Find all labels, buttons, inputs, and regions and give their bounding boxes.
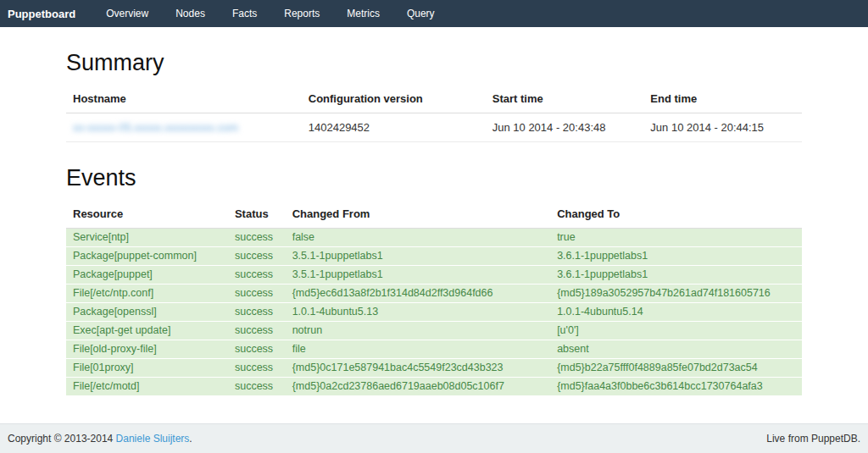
copyright-period: . <box>189 433 192 445</box>
summary-header-row: Hostname Configuration version Start tim… <box>66 85 802 113</box>
top-navbar: Puppetboard Overview Nodes Facts Reports… <box>0 0 868 27</box>
event-status-cell: success <box>228 378 286 396</box>
events-header-row: Resource Status Changed From Changed To <box>66 200 802 229</box>
event-changed-from-cell: false <box>286 229 550 247</box>
event-status-cell: success <box>228 303 286 322</box>
nav-item-metrics[interactable]: Metrics <box>333 0 393 27</box>
events-table-body: Service[ntp]successfalsetruePackage[pupp… <box>66 229 802 396</box>
event-resource-cell: File[/etc/ntp.conf] <box>66 285 228 303</box>
column-header-start-time: Start time <box>486 85 644 113</box>
table-row: File[/etc/motd]success{md5}0a2cd23786aed… <box>66 378 802 396</box>
event-changed-from-cell: file <box>286 340 550 359</box>
event-changed-from-cell: {md5}0a2cd23786aed6719aaeb08d05c106f7 <box>286 378 550 396</box>
event-changed-to-cell: absent <box>550 340 802 359</box>
event-resource-cell: File[/etc/motd] <box>66 378 228 396</box>
event-changed-to-cell: 3.6.1-1puppetlabs1 <box>550 266 802 285</box>
event-changed-to-cell: 3.6.1-1puppetlabs1 <box>550 247 802 266</box>
nav-item-reports[interactable]: Reports <box>270 0 333 27</box>
column-header-end-time: End time <box>643 85 802 113</box>
event-status-cell: success <box>228 359 286 378</box>
event-resource-cell: Package[puppet-common] <box>66 247 228 266</box>
event-changed-to-cell: {md5}b22a75fff0f4889a85fe07bd2d73ac54 <box>550 359 802 378</box>
event-changed-from-cell: {md5}0c171e587941bac4c5549f23cd43b323 <box>286 359 550 378</box>
copyright-text: Copyright © 2013-2014 Daniele Sluijters. <box>8 433 192 445</box>
event-changed-to-cell: true <box>550 229 802 247</box>
column-header-status: Status <box>228 200 286 229</box>
event-resource-cell: File[old-proxy-file] <box>66 340 228 359</box>
event-changed-to-cell: [u'0'] <box>550 322 802 340</box>
event-status-cell: success <box>228 266 286 285</box>
event-changed-from-cell: {md5}ec6d13a8f2b1f314d84d2ff3d964fd66 <box>286 285 550 303</box>
event-resource-cell: Exec[apt-get update] <box>66 322 228 340</box>
start-time-cell: Jun 10 2014 - 20:43:48 <box>486 113 644 142</box>
nav-item-overview[interactable]: Overview <box>92 0 162 27</box>
event-status-cell: success <box>228 340 286 359</box>
table-row: Exec[apt-get update]successnotrun[u'0'] <box>66 322 802 340</box>
table-row: Package[openssl]success1.0.1-4ubuntu5.13… <box>66 303 802 322</box>
event-status-cell: success <box>228 285 286 303</box>
table-row: Package[puppet]success3.5.1-1puppetlabs1… <box>66 266 802 285</box>
footer: Copyright © 2013-2014 Daniele Sluijters.… <box>0 423 868 453</box>
nav-item-facts[interactable]: Facts <box>219 0 270 27</box>
table-row: Service[ntp]successfalsetrue <box>66 229 802 247</box>
event-changed-from-cell: 1.0.1-4ubuntu5.13 <box>286 303 550 322</box>
events-table: Resource Status Changed From Changed To … <box>66 200 802 396</box>
event-resource-cell: Package[openssl] <box>66 303 228 322</box>
event-changed-from-cell: notrun <box>286 322 550 340</box>
table-row: File[/etc/ntp.conf]success{md5}ec6d13a8f… <box>66 285 802 303</box>
column-header-configuration-version: Configuration version <box>302 85 486 113</box>
table-row: File[01proxy]success{md5}0c171e587941bac… <box>66 359 802 378</box>
event-resource-cell: Service[ntp] <box>66 229 228 247</box>
summary-table: Hostname Configuration version Start tim… <box>66 85 802 142</box>
column-header-hostname: Hostname <box>66 85 302 113</box>
content-container: Summary Hostname Configuration version S… <box>66 50 802 396</box>
event-changed-from-cell: 3.5.1-1puppetlabs1 <box>286 266 550 285</box>
configuration-version-cell: 1402429452 <box>302 113 486 142</box>
event-changed-to-cell: {md5}faa4a3f0bbe6c3b614bcc1730764afa3 <box>550 378 802 396</box>
summary-heading: Summary <box>66 50 802 76</box>
main-content: Summary Hostname Configuration version S… <box>0 27 868 423</box>
hostname-cell: xx-xxxxx-05.xxxxx.xxxxxxxxx.com <box>66 113 302 142</box>
author-link[interactable]: Daniele Sluijters <box>116 433 190 445</box>
column-header-resource: Resource <box>66 200 228 229</box>
hostname-link[interactable]: xx-xxxxx-05.xxxxx.xxxxxxxxx.com <box>73 121 238 134</box>
event-resource-cell: Package[puppet] <box>66 266 228 285</box>
nav-item-nodes[interactable]: Nodes <box>162 0 219 27</box>
event-status-cell: success <box>228 229 286 247</box>
event-changed-from-cell: 3.5.1-1puppetlabs1 <box>286 247 550 266</box>
column-header-changed-to: Changed To <box>550 200 802 229</box>
end-time-cell: Jun 10 2014 - 20:44:15 <box>643 113 802 142</box>
event-status-cell: success <box>228 322 286 340</box>
event-changed-to-cell: 1.0.1-4ubuntu5.14 <box>550 303 802 322</box>
events-heading: Events <box>66 165 802 191</box>
table-row: File[old-proxy-file]successfileabsent <box>66 340 802 359</box>
brand-puppetboard[interactable]: Puppetboard <box>0 0 92 27</box>
event-changed-to-cell: {md5}189a3052957b47b261ad74f181605716 <box>550 285 802 303</box>
event-status-cell: success <box>228 247 286 266</box>
summary-row: xx-xxxxx-05.xxxxx.xxxxxxxxx.com 14024294… <box>66 113 802 142</box>
event-resource-cell: File[01proxy] <box>66 359 228 378</box>
live-from-puppetdb-text: Live from PuppetDB. <box>766 433 860 445</box>
nav-item-query[interactable]: Query <box>393 0 448 27</box>
table-row: Package[puppet-common]success3.5.1-1pupp… <box>66 247 802 266</box>
copyright-label: Copyright © 2013-2014 <box>8 433 113 445</box>
column-header-changed-from: Changed From <box>286 200 550 229</box>
